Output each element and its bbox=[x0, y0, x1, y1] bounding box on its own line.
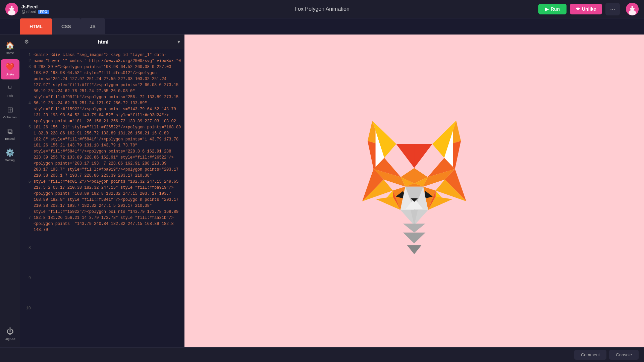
svg-point-9 bbox=[633, 6, 635, 8]
bottombar: Comment Console bbox=[0, 347, 644, 362]
sidebar-item-setting[interactable]: ⚙️ Setting bbox=[1, 145, 19, 165]
editor-header: ⚙ html ▾ bbox=[20, 35, 184, 49]
sidebar-item-logout[interactable]: ⏻ Log Out bbox=[1, 324, 19, 344]
run-button[interactable]: ▶ Run bbox=[538, 4, 567, 14]
logout-icon: ⏻ bbox=[6, 327, 14, 336]
svg-marker-13 bbox=[453, 141, 461, 169]
sidebar-item-fork[interactable]: ⑂ Fork bbox=[1, 81, 19, 101]
svg-marker-48 bbox=[403, 232, 426, 243]
svg-point-8 bbox=[630, 6, 632, 8]
settings-icon[interactable]: ⚙ bbox=[24, 39, 29, 45]
more-button[interactable]: ··· bbox=[605, 3, 620, 15]
username: JsFeed bbox=[21, 4, 49, 9]
svg-marker-28 bbox=[368, 141, 376, 169]
gear-icon: ⚙️ bbox=[5, 148, 14, 157]
sidebar-item-collection[interactable]: ⊞ Collection bbox=[1, 102, 19, 122]
svg-marker-29 bbox=[396, 144, 414, 168]
tab-css[interactable]: CSS bbox=[52, 18, 80, 35]
svg-point-4 bbox=[12, 6, 14, 8]
editor-panel: ⚙ html ▾ 123 4 5 6 7 8 9 10 <main> <div … bbox=[20, 35, 184, 347]
collection-icon: ⊞ bbox=[7, 106, 13, 114]
avatar bbox=[5, 3, 18, 15]
play-icon: ▶ bbox=[545, 6, 549, 12]
user-info-area: JsFeed @jsfeed PRO bbox=[5, 3, 72, 15]
comment-button[interactable]: Comment bbox=[574, 350, 606, 360]
sidebar-item-unlike[interactable]: ❤️ Unlike bbox=[1, 59, 19, 79]
line-numbers: 123 4 5 6 7 8 9 10 bbox=[20, 49, 34, 347]
editor-title: html bbox=[32, 39, 175, 45]
code-editor[interactable]: <main> <div class="svg_images"> <svg id=… bbox=[34, 49, 184, 347]
sidebar-item-home[interactable]: 🏠 Home bbox=[1, 38, 19, 58]
user-handle: @jsfeed bbox=[21, 9, 36, 14]
svg-point-7 bbox=[629, 10, 636, 15]
home-icon: 🏠 bbox=[5, 41, 14, 50]
svg-point-3 bbox=[9, 6, 11, 8]
sidebar: 🏠 Home ❤️ Unlike ⑂ Fork ⊞ Collection ⧉ E… bbox=[0, 35, 20, 347]
tab-html[interactable]: HTML bbox=[20, 18, 52, 35]
embed-icon: ⧉ bbox=[7, 127, 13, 136]
fox-svg bbox=[361, 121, 468, 261]
unlike-button[interactable]: ❤ Unlike bbox=[570, 4, 602, 14]
console-button[interactable]: Console bbox=[609, 350, 639, 360]
user-details: JsFeed @jsfeed PRO bbox=[21, 4, 49, 14]
chevron-down-icon[interactable]: ▾ bbox=[177, 39, 180, 45]
pro-badge: PRO bbox=[38, 10, 49, 14]
user-avatar-top-right[interactable] bbox=[626, 3, 639, 15]
heart-icon: ❤ bbox=[576, 6, 580, 12]
fork-icon: ⑂ bbox=[8, 84, 12, 93]
topbar-actions: ▶ Run ❤ Unlike ··· bbox=[538, 3, 639, 15]
svg-marker-47 bbox=[403, 223, 426, 232]
tab-js[interactable]: JS bbox=[80, 18, 105, 35]
svg-point-2 bbox=[8, 10, 15, 15]
svg-marker-14 bbox=[414, 144, 432, 168]
editor-content[interactable]: 123 4 5 6 7 8 9 10 <main> <div class="sv… bbox=[20, 49, 184, 347]
sidebar-item-embed[interactable]: ⧉ Embed bbox=[1, 124, 19, 144]
preview-panel bbox=[184, 35, 644, 347]
main-layout: 🏠 Home ❤️ Unlike ⑂ Fork ⊞ Collection ⧉ E… bbox=[0, 35, 644, 347]
tabbar: HTML CSS JS bbox=[0, 18, 644, 35]
svg-marker-49 bbox=[407, 245, 421, 254]
topbar: JsFeed @jsfeed PRO Fox Polygon Animation… bbox=[0, 0, 644, 18]
fox-animation bbox=[347, 107, 481, 275]
page-title: Fox Polygon Animation bbox=[294, 6, 350, 12]
heart-sidebar-icon: ❤️ bbox=[5, 63, 14, 71]
